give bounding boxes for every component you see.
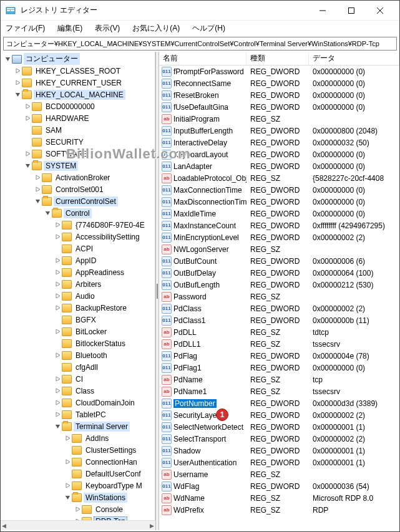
tree-item[interactable]: Arbiters — [1, 278, 155, 290]
menu-help[interactable]: ヘルプ(H) — [190, 22, 228, 35]
chevron-down-icon[interactable] — [63, 493, 72, 502]
chevron-right-icon[interactable] — [13, 79, 22, 87]
chevron-right-icon[interactable] — [23, 150, 32, 158]
list-row[interactable]: abWdNameREG_SZMicrosoft RDP 8.0 — [159, 492, 399, 504]
list-row[interactable]: abPdDLL1REG_SZtssecsrv — [159, 338, 399, 350]
tree-item[interactable]: AddIns — [1, 432, 155, 444]
list-row[interactable]: 011InteractiveDelayREG_DWORD0x00000032 (… — [159, 137, 399, 148]
tree-item[interactable]: HARDWARE — [1, 112, 155, 124]
chevron-right-icon[interactable] — [53, 280, 62, 289]
chevron-right-icon[interactable] — [53, 256, 62, 265]
tree-item[interactable]: SECURITY — [1, 136, 155, 148]
tree-item[interactable]: HKEY_CLASSES_ROOT — [1, 65, 155, 77]
chevron-right-icon[interactable] — [63, 481, 72, 490]
chevron-down-icon[interactable] — [13, 90, 22, 99]
list-row[interactable]: 011InputBufferLengthREG_DWORD0x00000800 … — [159, 125, 399, 137]
close-button[interactable] — [366, 1, 394, 20]
tree-item[interactable]: WinStations — [1, 491, 155, 503]
menu-view[interactable]: 表示(V) — [92, 22, 122, 35]
chevron-down-icon[interactable] — [43, 209, 52, 218]
tree-item[interactable]: BitlockerStatus — [1, 337, 155, 349]
tree-item[interactable]: BCD00000000 — [1, 100, 155, 112]
list-row[interactable]: 011OutBufDelayREG_DWORD0x00000064 (100) — [159, 267, 399, 279]
chevron-right-icon[interactable] — [53, 375, 62, 384]
tree-item[interactable]: HKEY_CURRENT_USER — [1, 77, 155, 89]
tree-item[interactable]: cfgAdll — [1, 361, 155, 373]
tree-item[interactable]: ACPI — [1, 243, 155, 254]
list-row[interactable]: 011KeyboardLayoutREG_DWORD0x00000000 (0) — [159, 148, 399, 160]
tree-item[interactable]: Console — [1, 503, 155, 515]
tree-item[interactable]: ClusterSettings — [1, 444, 155, 456]
list-row[interactable]: abPdName1REG_SZtssecsrv — [159, 385, 399, 397]
list-row[interactable]: 011PdFlagREG_DWORD0x0000004e (78) — [159, 350, 399, 362]
chevron-right-icon[interactable] — [63, 458, 72, 467]
tree-item[interactable]: BGFX — [1, 314, 155, 326]
list-row[interactable]: abPdNameREG_SZtcp — [159, 374, 399, 385]
list-row[interactable]: 011MaxConnectionTimeREG_DWORD0x00000000 … — [159, 184, 399, 196]
list-row[interactable]: abPdDLLREG_SZtdtcp — [159, 326, 399, 338]
list-row[interactable]: abUsernameREG_SZ — [159, 468, 399, 480]
chevron-right-icon[interactable] — [53, 410, 62, 419]
chevron-right-icon[interactable] — [23, 102, 32, 111]
tree-item[interactable]: HKEY_LOCAL_MACHINE — [1, 89, 155, 100]
list-row[interactable]: 011MaxIdleTimeREG_DWORD0x00000000 (0) — [159, 208, 399, 220]
list-row[interactable]: 011PortNumberREG_DWORD0x00000d3d (3389) — [159, 397, 399, 409]
tree-item[interactable]: SOFTWARE — [1, 148, 155, 160]
chevron-right-icon[interactable] — [53, 351, 62, 360]
maximize-button[interactable] — [337, 1, 366, 20]
tree-item[interactable]: AccessibilitySetting — [1, 231, 155, 243]
chevron-right-icon[interactable] — [53, 399, 62, 407]
chevron-right-icon[interactable] — [33, 173, 42, 182]
tree-item[interactable]: DefaultUserConf — [1, 468, 155, 480]
chevron-right-icon[interactable] — [73, 505, 82, 514]
menu-edit[interactable]: 編集(E) — [55, 22, 85, 35]
list-view[interactable]: 名前 種類 データ 011fPromptForPasswordREG_DWORD… — [159, 52, 399, 530]
tree-item[interactable]: KeyboardType M — [1, 480, 155, 491]
menu-favorites[interactable]: お気に入り(A) — [130, 22, 182, 35]
list-row[interactable]: 011SecurityLayerREG_DWORD0x00000002 (2) — [159, 409, 399, 421]
tree-item[interactable]: CI — [1, 373, 155, 385]
chevron-right-icon[interactable] — [53, 233, 62, 241]
list-row[interactable]: 011OutBufLengthREG_DWORD0x00000212 (530) — [159, 279, 399, 291]
tree-item[interactable]: Bluetooth — [1, 349, 155, 361]
chevron-right-icon[interactable] — [53, 304, 62, 312]
list-row[interactable]: 011SelectTransportREG_DWORD0x00000002 (2… — [159, 433, 399, 445]
list-row[interactable]: 011LanAdapterREG_DWORD0x00000000 (0) — [159, 160, 399, 172]
list-row[interactable]: 011fPromptForPasswordREG_DWORD0x00000000… — [159, 65, 399, 77]
chevron-right-icon[interactable] — [23, 114, 32, 123]
tree-item[interactable]: AppID — [1, 254, 155, 266]
tree-item[interactable]: Control — [1, 207, 155, 219]
tree-item[interactable]: ControlSet001 — [1, 183, 155, 195]
tree-item[interactable]: TabletPC — [1, 409, 155, 420]
chevron-right-icon[interactable] — [13, 67, 22, 75]
list-row[interactable]: abPasswordREG_SZ — [159, 291, 399, 302]
list-row[interactable]: 011SelectNetworkDetectREG_DWORD0x0000000… — [159, 421, 399, 433]
tree-item[interactable]: コンピューター — [1, 53, 155, 65]
list-row[interactable]: 011PdFlag1REG_DWORD0x00000000 (0) — [159, 362, 399, 374]
chevron-down-icon[interactable] — [33, 197, 42, 206]
list-row[interactable]: abWdPrefixREG_SZRDP — [159, 504, 399, 516]
chevron-right-icon[interactable] — [53, 327, 62, 336]
list-row[interactable]: 011MinEncryptionLevelREG_DWORD0x00000002… — [159, 231, 399, 243]
header-name[interactable]: 名前 — [159, 52, 246, 65]
tree-item[interactable]: ConnectionHan — [1, 456, 155, 468]
tree-item[interactable]: SAM — [1, 124, 155, 136]
tree-item[interactable]: CloudDomainJoin — [1, 397, 155, 409]
list-row[interactable]: 011PdClassREG_DWORD0x00000002 (2) — [159, 302, 399, 314]
list-row[interactable]: 011UserAuthenticationREG_DWORD0x00000001… — [159, 457, 399, 468]
chevron-right-icon[interactable] — [63, 434, 72, 443]
chevron-right-icon[interactable] — [53, 387, 62, 395]
list-row[interactable]: abInitialProgramREG_SZ — [159, 113, 399, 125]
list-row[interactable]: 011fReconnectSameREG_DWORD0x00000000 (0) — [159, 77, 399, 89]
chevron-down-icon[interactable] — [23, 162, 32, 170]
list-row[interactable]: 011WdFlagREG_DWORD0x00000036 (54) — [159, 480, 399, 492]
tree-view[interactable]: コンピューターHKEY_CLASSES_ROOTHKEY_CURRENT_USE… — [1, 52, 155, 530]
list-row[interactable]: 011PdClass1REG_DWORD0x0000000b (11) — [159, 314, 399, 326]
chevron-right-icon[interactable] — [53, 292, 62, 301]
tree-item[interactable]: BitLocker — [1, 326, 155, 337]
tree-item[interactable]: AppReadiness — [1, 266, 155, 278]
chevron-right-icon[interactable] — [33, 185, 42, 194]
chevron-down-icon[interactable] — [3, 55, 12, 64]
tree-item[interactable]: SYSTEM — [1, 160, 155, 172]
list-row[interactable]: 011MaxInstanceCountREG_DWORD0xffffffff (… — [159, 220, 399, 231]
